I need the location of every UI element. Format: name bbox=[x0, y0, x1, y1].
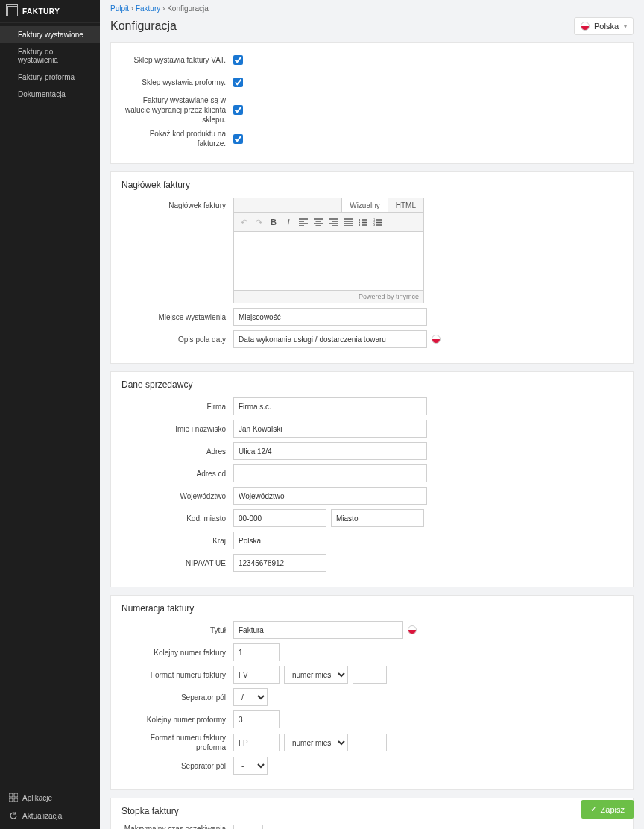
sidebar-bottom: Aplikacje Aktualizacja bbox=[0, 789, 100, 829]
input-imie[interactable] bbox=[233, 420, 427, 438]
editor-toolbar: ↶ ↷ B I 123 bbox=[234, 213, 423, 232]
panel-title: Dane sprzedawcy bbox=[121, 379, 622, 390]
breadcrumb-link[interactable]: Pulpit bbox=[110, 4, 129, 13]
editor-tab-html[interactable]: HTML bbox=[388, 198, 423, 212]
sidebar-bottom-aplikacje[interactable]: Aplikacje bbox=[0, 789, 100, 807]
panel-title: Nagłówek faktury bbox=[121, 180, 622, 190]
breadcrumb: Pulpit › Faktury › Konfiguracja bbox=[100, 0, 644, 17]
sidebar-item-proforma[interactable]: Faktury proforma bbox=[0, 69, 100, 86]
save-button[interactable]: ✓ Zapisz bbox=[581, 800, 634, 819]
label-miejsce: Miejsce wystawienia bbox=[121, 312, 233, 322]
input-firma[interactable] bbox=[233, 397, 427, 415]
input-adres[interactable] bbox=[233, 442, 427, 460]
align-justify-icon[interactable] bbox=[341, 215, 355, 229]
svg-point-5 bbox=[359, 222, 360, 224]
undo-icon[interactable]: ↶ bbox=[237, 215, 250, 229]
input-miejsce[interactable] bbox=[233, 308, 427, 326]
checkbox-vat[interactable] bbox=[233, 55, 243, 65]
italic-icon[interactable]: I bbox=[282, 215, 295, 229]
flag-icon bbox=[581, 22, 590, 31]
flag-icon bbox=[432, 335, 441, 344]
sidebar-bottom-aktualizacja[interactable]: Aktualizacja bbox=[0, 807, 100, 825]
breadcrumb-link[interactable]: Faktury bbox=[136, 4, 160, 13]
chevron-down-icon: ▾ bbox=[624, 23, 627, 30]
align-right-icon[interactable] bbox=[326, 215, 340, 229]
list-ol-icon[interactable]: 123 bbox=[371, 215, 385, 229]
svg-rect-3 bbox=[14, 798, 18, 802]
input-opis[interactable] bbox=[233, 330, 427, 348]
panel-title: Stopka faktury bbox=[121, 806, 622, 816]
app-title: FAKTURY bbox=[22, 7, 60, 16]
svg-rect-1 bbox=[14, 793, 18, 797]
input-kolejny[interactable] bbox=[233, 643, 280, 661]
redo-icon[interactable]: ↷ bbox=[252, 215, 265, 229]
label-opt2: Sklep wystawia proformy. bbox=[121, 78, 233, 87]
logo-icon bbox=[7, 6, 18, 16]
label-opis: Opis pola daty bbox=[121, 335, 233, 344]
label-opt3: Faktury wystawiane są w walucie wybranej… bbox=[121, 95, 233, 124]
sidebar-nav: Faktury wystawione Faktury do wystawieni… bbox=[0, 23, 100, 789]
svg-text:3: 3 bbox=[373, 223, 376, 226]
panel-numeracja: Numeracja faktury Tytuł Kolejny numer fa… bbox=[110, 595, 634, 790]
checkbox-waluta[interactable] bbox=[233, 105, 243, 115]
editor-body[interactable] bbox=[234, 232, 423, 290]
sidebar-item-do-wystawienia[interactable]: Faktury do wystawienia bbox=[0, 43, 100, 69]
language-select[interactable]: Polska ▾ bbox=[574, 17, 634, 35]
sidebar-header: FAKTURY bbox=[0, 0, 100, 23]
select-sep[interactable]: / bbox=[233, 688, 268, 706]
input-format-extra[interactable] bbox=[353, 666, 387, 684]
select-format-proforma[interactable]: numer miesiąc rok bbox=[284, 734, 348, 751]
checkbox-proformy[interactable] bbox=[233, 78, 243, 87]
main: Pulpit › Faktury › Konfiguracja Konfigur… bbox=[100, 0, 644, 829]
input-kod[interactable] bbox=[233, 509, 326, 527]
apps-icon bbox=[9, 793, 18, 802]
input-adres2[interactable] bbox=[233, 464, 427, 482]
label-opt1: Sklep wystawia faktury VAT. bbox=[121, 55, 233, 65]
list-ul-icon[interactable] bbox=[356, 215, 370, 229]
sidebar-item-dokumentacja[interactable]: Dokumentacja bbox=[0, 86, 100, 103]
editor-naglowek: Wizualny HTML ↶ ↷ B I bbox=[233, 198, 424, 303]
editor-tab-visual[interactable]: Wizualny bbox=[341, 198, 388, 212]
label-editor: Nagłówek faktury bbox=[121, 198, 233, 210]
input-kolejny-proforma[interactable] bbox=[233, 710, 280, 728]
editor-footer: Powered by tinymce bbox=[234, 290, 423, 303]
select-max[interactable]: brak bbox=[233, 825, 263, 829]
svg-rect-0 bbox=[9, 793, 13, 797]
panel-sprzedawca: Dane sprzedawcy Firma Imie i nazwisko Ad… bbox=[110, 371, 634, 587]
svg-point-4 bbox=[359, 219, 360, 221]
language-label: Polska bbox=[594, 22, 619, 31]
check-icon: ✓ bbox=[590, 804, 597, 814]
input-format-proforma-extra[interactable] bbox=[353, 734, 387, 751]
svg-point-6 bbox=[359, 224, 360, 226]
panel-options: Sklep wystawia faktury VAT. Sklep wystaw… bbox=[110, 42, 634, 164]
breadcrumb-current: Konfiguracja bbox=[167, 4, 209, 13]
input-woj[interactable] bbox=[233, 487, 427, 505]
input-format[interactable] bbox=[233, 666, 280, 684]
align-center-icon[interactable] bbox=[312, 215, 325, 229]
select-sep-proforma[interactable]: - bbox=[233, 757, 268, 775]
input-miasto[interactable] bbox=[331, 509, 424, 527]
label-opt4: Pokaż kod produktu na fakturze. bbox=[121, 129, 233, 148]
refresh-icon bbox=[9, 811, 18, 820]
panel-naglowek: Nagłówek faktury Nagłówek faktury Wizual… bbox=[110, 171, 634, 364]
svg-rect-2 bbox=[9, 798, 13, 802]
input-tytul[interactable] bbox=[233, 621, 403, 639]
select-format[interactable]: numer miesiąc rok bbox=[284, 666, 348, 684]
sidebar-item-wystawione[interactable]: Faktury wystawione bbox=[0, 26, 100, 43]
panel-title: Numeracja faktury bbox=[121, 603, 622, 614]
sidebar-bottom-label: Aktualizacja bbox=[22, 812, 62, 820]
sidebar-bottom-label: Aplikacje bbox=[22, 794, 52, 802]
input-format-proforma[interactable] bbox=[233, 734, 280, 751]
input-kraj[interactable] bbox=[233, 532, 326, 549]
panel-stopka: Stopka faktury Maksymalny czas oczekiwan… bbox=[110, 798, 634, 829]
align-left-icon[interactable] bbox=[297, 215, 310, 229]
flag-icon bbox=[408, 625, 417, 634]
sidebar: FAKTURY Faktury wystawione Faktury do wy… bbox=[0, 0, 100, 829]
checkbox-kod[interactable] bbox=[233, 134, 243, 144]
bold-icon[interactable]: B bbox=[267, 215, 280, 229]
input-nip[interactable] bbox=[233, 554, 326, 572]
page-title: Konfiguracja bbox=[110, 19, 177, 33]
